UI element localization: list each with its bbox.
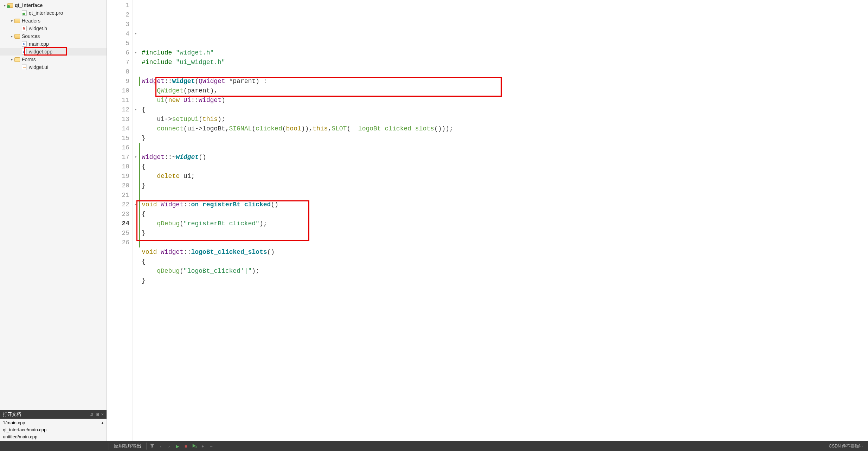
code-line[interactable]: } (142, 181, 868, 191)
expand-icon[interactable]: ▾ (2, 4, 7, 7)
code-line[interactable]: { (142, 105, 868, 115)
tree-source-file-active[interactable]: widget.cpp (0, 48, 107, 56)
prev-icon[interactable]: ‹ (156, 444, 165, 449)
open-docs-sort-icon[interactable]: ⇵ (90, 412, 94, 417)
code-line[interactable]: void Widget::on_registerBt_clicked() (142, 200, 868, 210)
code-line[interactable]: void Widget::logoBt_clicked_slots() (142, 247, 868, 257)
fold-indicator (133, 20, 139, 29)
code-line[interactable] (142, 143, 868, 153)
fold-indicator[interactable]: ▾ (133, 153, 139, 162)
code-line[interactable]: qDebug("registerBt_clicked"); (142, 219, 868, 228)
code-line[interactable]: ui->setupUi(this); (142, 115, 868, 124)
next-icon[interactable]: › (165, 444, 173, 449)
fold-indicator (133, 219, 139, 228)
line-number: 13 (107, 115, 129, 124)
line-number: 22 (107, 200, 129, 210)
tree-sources-folder[interactable]: ▾ Sources (0, 32, 107, 40)
expand-icon[interactable]: ▾ (9, 34, 14, 38)
cpp-file-icon (21, 41, 27, 47)
fold-indicator[interactable]: ▾ (133, 29, 139, 39)
line-number: 5 (107, 39, 129, 48)
fold-column[interactable]: ▾ ▾ ▾ ▾ ▾ (133, 0, 139, 441)
fold-indicator (133, 172, 139, 181)
open-documents-header[interactable]: 打开文档 ⇵ ⊞ × (0, 410, 107, 419)
code-editor[interactable]: 1234567891011121314151617181920212223242… (107, 0, 868, 441)
code-line[interactable] (142, 67, 868, 77)
code-line[interactable]: Widget::Widget(QWidget *parent) : (142, 77, 868, 86)
watermark: CSDN @不要咖啡 (829, 443, 868, 449)
code-line[interactable] (142, 285, 868, 295)
line-number: 23 (107, 210, 129, 219)
tree-source-file[interactable]: main.cpp (0, 40, 107, 48)
code-line[interactable]: } (142, 276, 868, 285)
code-line[interactable]: connect(ui->logoBt,SIGNAL(clicked(bool))… (142, 124, 868, 134)
tree-headers-folder[interactable]: ▾ Headers (0, 17, 107, 25)
open-docs-split-icon[interactable]: ⊞ (96, 412, 99, 417)
tree-project-root[interactable]: ▾ qt_interface (0, 1, 107, 9)
run-icon[interactable]: ▶ (173, 444, 182, 449)
code-line[interactable]: { (142, 257, 868, 266)
line-number: 6 (107, 48, 129, 58)
separator (109, 443, 109, 450)
line-number: 9 (107, 77, 129, 86)
run-debug-icon[interactable] (190, 443, 199, 449)
fold-indicator[interactable]: ▾ (133, 48, 139, 58)
expand-icon[interactable]: ▾ (9, 58, 14, 62)
pro-file-icon (21, 10, 27, 16)
code-line[interactable] (142, 191, 868, 200)
open-document-item[interactable]: qt_interface/main.cpp (3, 426, 104, 433)
expand-icon[interactable]: ▾ (9, 19, 14, 23)
code-line[interactable]: { (142, 162, 868, 172)
fold-indicator (133, 86, 139, 96)
scroll-up-icon[interactable]: ▲ (101, 419, 104, 426)
header-file-label: widget.h (29, 26, 47, 31)
code-line[interactable]: Widget::~Widget() (142, 153, 868, 162)
stop-icon[interactable]: ■ (182, 444, 190, 449)
fold-indicator (133, 210, 139, 219)
sources-label: Sources (22, 33, 40, 39)
open-documents-list[interactable]: 1/main.cpp qt_interface/main.cpp untitle… (0, 419, 107, 441)
form-file-label: widget.ui (29, 64, 48, 70)
form-folder-icon (14, 57, 20, 62)
folder-icon (14, 33, 20, 39)
svg-point-0 (195, 446, 197, 447)
code-line[interactable]: QWidget(parent), (142, 86, 868, 96)
open-document-item[interactable]: untitled/main.cpp (3, 433, 104, 440)
fold-indicator[interactable]: ▾ (133, 105, 139, 115)
code-line[interactable]: delete ui; (142, 172, 868, 181)
line-number: 10 (107, 86, 129, 96)
open-document-item[interactable]: 1/main.cpp (3, 419, 104, 426)
tree-form-file[interactable]: widget.ui (0, 63, 107, 71)
line-number-gutter: 1234567891011121314151617181920212223242… (107, 0, 133, 441)
fold-indicator (133, 77, 139, 86)
code-line[interactable]: } (142, 228, 868, 238)
code-line[interactable]: #include "widget.h" (142, 48, 868, 58)
fold-indicator[interactable]: ▾ (133, 200, 139, 210)
open-docs-close-icon[interactable]: × (101, 412, 104, 417)
code-line[interactable]: } (142, 134, 868, 143)
project-tree[interactable]: ▾ qt_interface qt_interface.pro ▾ Header… (0, 0, 107, 410)
line-number: 4 (107, 29, 129, 39)
filter-icon[interactable] (148, 443, 156, 449)
line-number: 25 (107, 228, 129, 238)
fold-indicator (133, 228, 139, 238)
code-line[interactable] (142, 238, 868, 247)
code-line[interactable]: { (142, 210, 868, 219)
output-pane-label[interactable]: 应用程序输出 (110, 443, 145, 449)
code-content[interactable]: #include "widget.h"#include "ui_widget.h… (140, 0, 868, 441)
tree-header-file[interactable]: widget.h (0, 25, 107, 32)
fold-indicator (133, 143, 139, 153)
line-number: 3 (107, 20, 129, 29)
add-icon[interactable]: + (199, 444, 207, 449)
tree-forms-folder[interactable]: ▾ Forms (0, 56, 107, 63)
fold-indicator (133, 67, 139, 77)
code-line[interactable]: ui(new Ui::Widget) (142, 96, 868, 105)
remove-icon[interactable]: − (207, 444, 216, 449)
line-number: 24 (107, 219, 129, 228)
code-line[interactable]: qDebug("logoBt_clicked'|"); (142, 266, 868, 276)
tree-pro-file[interactable]: qt_interface.pro (0, 9, 107, 17)
line-number: 14 (107, 124, 129, 134)
code-line[interactable]: #include "ui_widget.h" (142, 58, 868, 67)
open-documents-title: 打开文档 (3, 411, 21, 418)
line-number: 18 (107, 162, 129, 172)
